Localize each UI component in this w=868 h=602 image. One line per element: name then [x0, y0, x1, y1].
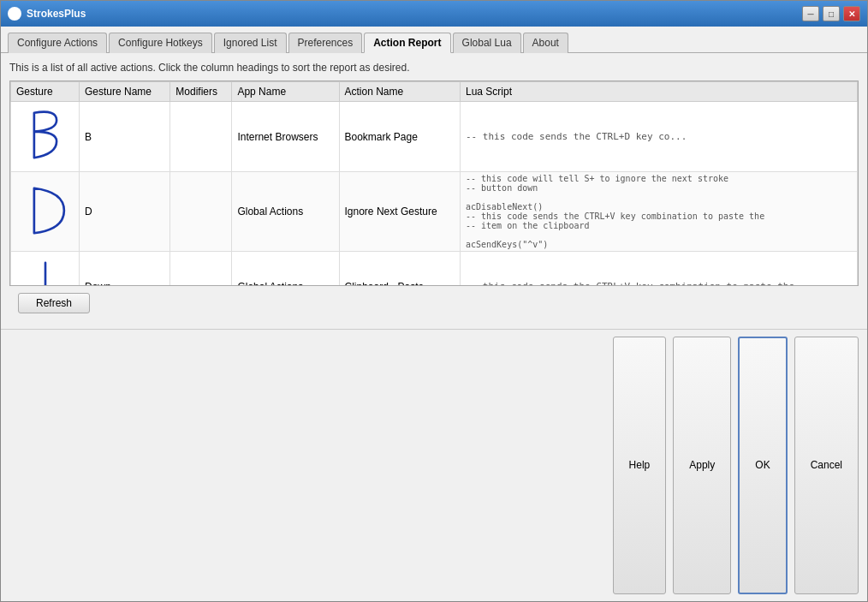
tab-global-lua[interactable]: Global Lua: [453, 33, 521, 53]
action-report-table-container: Gesture Gesture Name Modifiers App Name …: [9, 80, 859, 286]
action-name-cell: Ignore Next Gesture: [339, 172, 460, 252]
content-area: This is a list of all active actions. Cl…: [1, 53, 867, 329]
app-name-cell: Global Actions: [232, 172, 339, 252]
lua-script-cell: -- this code sends the CTRL+D key co...: [460, 102, 857, 172]
col-header-gesture[interactable]: Gesture: [11, 82, 80, 102]
footer-buttons: Help Apply OK Cancel: [1, 329, 867, 602]
gesture-cell: [11, 172, 80, 252]
tab-about[interactable]: About: [523, 33, 568, 53]
maximize-button[interactable]: □: [823, 6, 840, 21]
cancel-button[interactable]: Cancel: [794, 337, 859, 595]
title-bar: StrokesPlus ─ □ ✕: [1, 1, 867, 27]
col-header-gesture-name[interactable]: Gesture Name: [80, 82, 170, 102]
table-row: DownGlobal ActionsClipboard - Paste-- th…: [11, 252, 858, 285]
action-name-cell: Bookmark Page: [339, 102, 460, 172]
main-window: StrokesPlus ─ □ ✕ Configure Actions Conf…: [0, 0, 868, 602]
table-wrapper[interactable]: Gesture Gesture Name Modifiers App Name …: [10, 81, 858, 285]
table-row: BInternet BrowsersBookmark Page-- this c…: [11, 102, 858, 172]
minimize-button[interactable]: ─: [802, 6, 819, 21]
tab-configure-actions[interactable]: Configure Actions: [8, 33, 107, 53]
apply-button[interactable]: Apply: [673, 337, 731, 595]
lua-script-cell: -- this code will tell S+ to ignore the …: [460, 172, 857, 252]
modifiers-cell: [170, 172, 232, 252]
help-button[interactable]: Help: [613, 337, 667, 595]
close-button[interactable]: ✕: [843, 6, 860, 21]
lua-script-cell: -- this code sends the CTRL+V key combin…: [460, 252, 857, 285]
ok-button[interactable]: OK: [738, 337, 787, 595]
col-header-app-name[interactable]: App Name: [232, 82, 339, 102]
gesture-name-cell: Down: [80, 252, 170, 285]
tab-ignored-list[interactable]: Ignored List: [214, 33, 287, 53]
table-row: DGlobal ActionsIgnore Next Gesture-- thi…: [11, 172, 858, 252]
col-header-modifiers[interactable]: Modifiers: [170, 82, 232, 102]
window-title: StrokesPlus: [27, 8, 802, 20]
tab-preferences[interactable]: Preferences: [288, 33, 363, 53]
action-report-table: Gesture Gesture Name Modifiers App Name …: [10, 81, 858, 285]
tabs-bar: Configure Actions Configure Hotkeys Igno…: [1, 27, 867, 53]
bottom-bar: Refresh: [9, 286, 859, 320]
gesture-name-cell: D: [80, 172, 170, 252]
refresh-button[interactable]: Refresh: [18, 293, 90, 313]
description-text: This is a list of all active actions. Cl…: [9, 62, 859, 74]
window-controls: ─ □ ✕: [802, 6, 860, 21]
col-header-action-name[interactable]: Action Name: [339, 82, 460, 102]
app-logo: [8, 7, 21, 21]
modifiers-cell: [170, 102, 232, 172]
app-name-cell: Internet Browsers: [232, 102, 339, 172]
gesture-cell: [11, 102, 80, 172]
modifiers-cell: [170, 252, 232, 285]
action-name-cell: Clipboard - Paste: [339, 252, 460, 285]
gesture-cell: [11, 252, 80, 285]
gesture-name-cell: B: [80, 102, 170, 172]
tab-action-report[interactable]: Action Report: [364, 33, 450, 53]
app-name-cell: Global Actions: [232, 252, 339, 285]
col-header-lua-script[interactable]: Lua Script: [460, 82, 857, 102]
tab-configure-hotkeys[interactable]: Configure Hotkeys: [109, 33, 212, 53]
